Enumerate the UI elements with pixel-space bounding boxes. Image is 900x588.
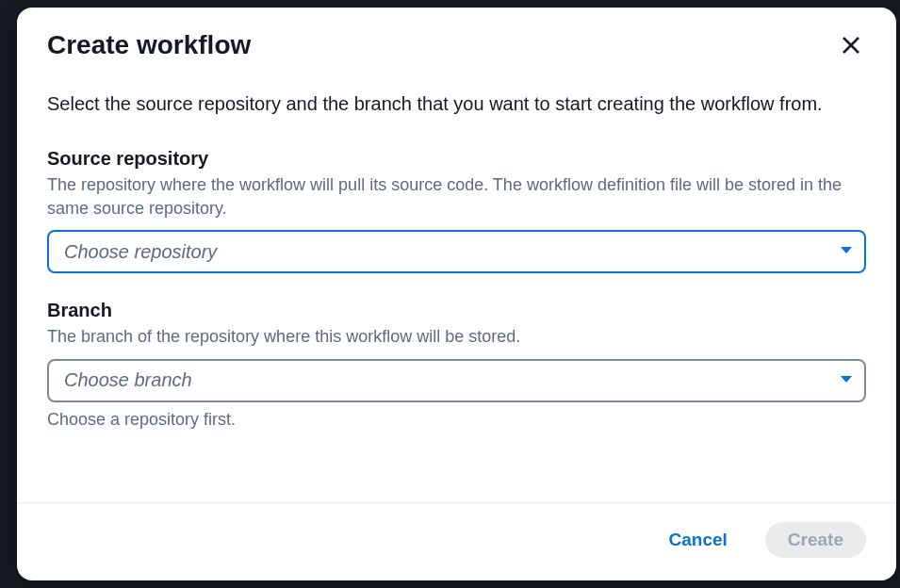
source-repository-field: Source repository The repository where t… (47, 148, 866, 273)
close-button[interactable] (836, 30, 866, 63)
modal-footer: Cancel Create (17, 502, 896, 580)
branch-field: Branch The branch of the repository wher… (47, 300, 866, 429)
intro-text: Select the source repository and the bra… (47, 90, 866, 118)
source-repository-help: The repository where the workflow will p… (47, 173, 866, 220)
modal-header: Create workflow (17, 8, 896, 63)
source-repository-select[interactable]: Choose repository (47, 230, 866, 273)
branch-placeholder: Choose branch (64, 369, 192, 391)
cancel-button[interactable]: Cancel (646, 522, 750, 558)
branch-help: The branch of the repository where this … (47, 325, 866, 349)
modal-title: Create workflow (47, 30, 251, 60)
source-repository-label: Source repository (47, 148, 866, 170)
branch-select[interactable]: Choose branch (47, 359, 866, 402)
modal-body: Select the source repository and the bra… (17, 63, 896, 502)
create-button[interactable]: Create (765, 522, 866, 558)
source-repository-select-wrap: Choose repository (47, 230, 866, 273)
branch-label: Branch (47, 300, 866, 321)
create-workflow-modal: Create workflow Select the source reposi… (17, 8, 896, 580)
branch-hint: Choose a repository first. (47, 410, 866, 430)
branch-select-wrap: Choose branch (47, 359, 866, 402)
source-repository-placeholder: Choose repository (64, 241, 217, 263)
close-icon (840, 45, 862, 59)
